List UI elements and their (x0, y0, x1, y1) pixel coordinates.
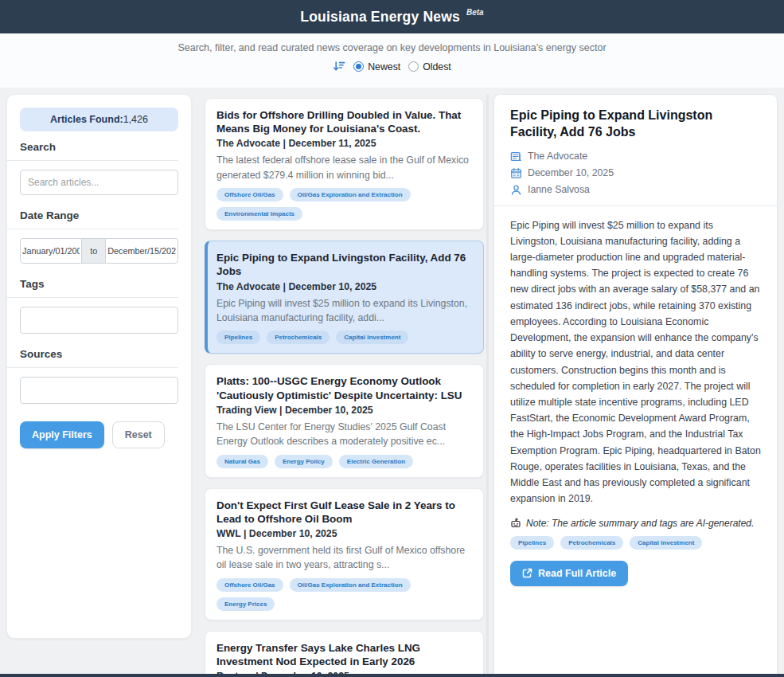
tag-pill: Offshore Oil/Gas (216, 188, 283, 202)
sort-oldest-label: Oldest (423, 61, 451, 72)
article-meta: WWL | December 10, 2025 (216, 528, 472, 539)
article-excerpt: Epic Piping will invest $25 million to e… (216, 296, 472, 326)
article-card[interactable]: Don't Expect First Gulf Lease Sale in 2 … (205, 488, 484, 620)
article-card[interactable]: Platts: 100--USGC Energy Economy Outlook… (205, 364, 484, 477)
ai-note-text: Note: The article summary and tags are A… (526, 518, 754, 529)
sort-newest-option[interactable]: Newest (353, 61, 400, 72)
detail-body: Epic Piping will invest $25 million to e… (510, 217, 761, 507)
articles-found-count: 1,426 (123, 114, 148, 125)
divider (7, 297, 178, 298)
article-excerpt: The LSU Center for Energy Studies' 2025 … (216, 420, 472, 449)
tag-pill: Offshore Oil/Gas (216, 578, 283, 592)
detail-date-row: December 10, 2025 (510, 167, 761, 179)
read-full-article-button[interactable]: Read Full Article (510, 561, 628, 586)
tag-pill: Energy Prices (216, 597, 275, 611)
ai-note-row: Note: The article summary and tags are A… (510, 518, 761, 529)
divider (7, 160, 178, 161)
article-meta: The Advocate | December 11, 2025 (216, 138, 472, 149)
tags-input[interactable] (20, 307, 178, 334)
article-title: Energy Transfer Says Lake Charles LNG In… (216, 641, 472, 668)
person-icon (510, 184, 522, 196)
article-title: Don't Expect First Gulf Lease Sale in 2 … (216, 499, 472, 526)
app-window: Louisiana Energy News Beta Search, filte… (0, 0, 784, 677)
radio-newest-icon[interactable] (353, 61, 364, 72)
sort-oldest-option[interactable]: Oldest (408, 61, 451, 72)
sources-input[interactable] (20, 377, 178, 404)
read-full-article-label: Read Full Article (538, 568, 616, 579)
search-input[interactable] (20, 170, 178, 195)
tag-pill: Petrochemicals (267, 331, 330, 344)
tag-pill: Pipelines (510, 536, 554, 550)
article-title: Epic Piping to Expand Livingston Facilit… (216, 251, 472, 278)
tag-pill: Environmental Impacts (216, 207, 302, 221)
article-excerpt: The U.S. government held its first Gulf … (216, 543, 472, 573)
detail-title: Epic Piping to Expand Livingston Facilit… (510, 108, 761, 141)
tag-pill: Petrochemicals (560, 536, 623, 550)
tag-pill: Electric Generation (339, 455, 413, 468)
article-meta: The Advocate | December 10, 2025 (216, 281, 472, 292)
article-detail-panel: Epic Piping to Expand Livingston Facilit… (493, 94, 778, 677)
reset-button[interactable]: Reset (112, 421, 165, 448)
bottom-edge-bar (0, 674, 784, 677)
tag-pill: Oil/Gas Exploration and Extraction (290, 188, 411, 202)
date-from-input[interactable] (20, 238, 82, 264)
radio-oldest-icon[interactable] (408, 61, 419, 72)
date-separator: to (82, 238, 105, 264)
tag-pill: Capital Investment (336, 331, 408, 344)
tag-pill: Energy Policy (275, 455, 333, 468)
tags-heading: Tags (20, 278, 178, 290)
article-card[interactable]: Energy Transfer Says Lake Charles LNG In… (205, 631, 484, 677)
articles-found-label: Articles Found: (50, 114, 123, 125)
tag-pill: Capital Investment (630, 536, 702, 550)
articles-found-badge: Articles Found:1,426 (20, 108, 178, 131)
sort-controls: Newest Oldest (0, 61, 784, 72)
article-meta: Trading View | December 10, 2025 (216, 405, 472, 416)
sort-newest-label: Newest (368, 61, 400, 72)
app-header: Louisiana Energy News Beta (0, 0, 784, 33)
detail-source-row: The Advocate (510, 151, 761, 162)
list-scrollbar[interactable] (486, 94, 489, 677)
article-excerpt: The latest federal offshore lease sale i… (216, 153, 472, 182)
robot-icon (510, 518, 521, 529)
divider (7, 229, 178, 229)
beta-badge: Beta (466, 8, 484, 17)
tag-pill: Natural Gas (216, 455, 268, 468)
article-title: Bids for Offshore Drilling Doubled in Va… (216, 108, 472, 135)
date-range-group: to (20, 238, 178, 264)
article-tags: Natural GasEnergy PolicyElectric Generat… (216, 449, 472, 468)
date-to-input[interactable] (105, 238, 178, 264)
detail-date: December 10, 2025 (528, 167, 614, 178)
article-tags: PipelinesPetrochemicalsCapital Investmen… (216, 325, 472, 344)
newspaper-icon (510, 151, 522, 162)
detail-tags: PipelinesPetrochemicalsCapital Investmen… (510, 530, 761, 550)
tag-pill: Pipelines (216, 331, 260, 344)
article-tags: Offshore Oil/GasOil/Gas Exploration and … (216, 182, 472, 221)
detail-author-row: Ianne Salvosa (510, 184, 761, 196)
article-tags: Offshore Oil/GasOil/Gas Exploration and … (216, 573, 472, 611)
detail-author: Ianne Salvosa (528, 184, 590, 195)
sort-descending-icon (333, 61, 345, 72)
article-list: Bids for Offshore Drilling Doubled in Va… (203, 94, 486, 677)
article-title: Platts: 100--USGC Energy Economy Outlook… (216, 374, 472, 401)
apply-filters-button[interactable]: Apply Filters (20, 421, 104, 448)
divider (7, 367, 178, 368)
app-title: Louisiana Energy News (300, 9, 460, 25)
tag-pill: Oil/Gas Exploration and Extraction (290, 578, 411, 592)
calendar-icon (510, 167, 522, 179)
article-card[interactable]: Bids for Offshore Drilling Doubled in Va… (205, 98, 484, 230)
search-heading: Search (20, 141, 178, 153)
date-range-heading: Date Range (20, 209, 178, 221)
app-subtitle: Search, filter, and read curated news co… (0, 42, 784, 53)
external-link-icon (522, 568, 532, 578)
detail-source: The Advocate (528, 151, 587, 162)
divider (494, 205, 777, 206)
sources-heading: Sources (20, 348, 178, 360)
filter-sidebar: Articles Found:1,426 Search Date Range t… (6, 94, 192, 639)
article-card[interactable]: Epic Piping to Expand Livingston Facilit… (205, 241, 484, 354)
